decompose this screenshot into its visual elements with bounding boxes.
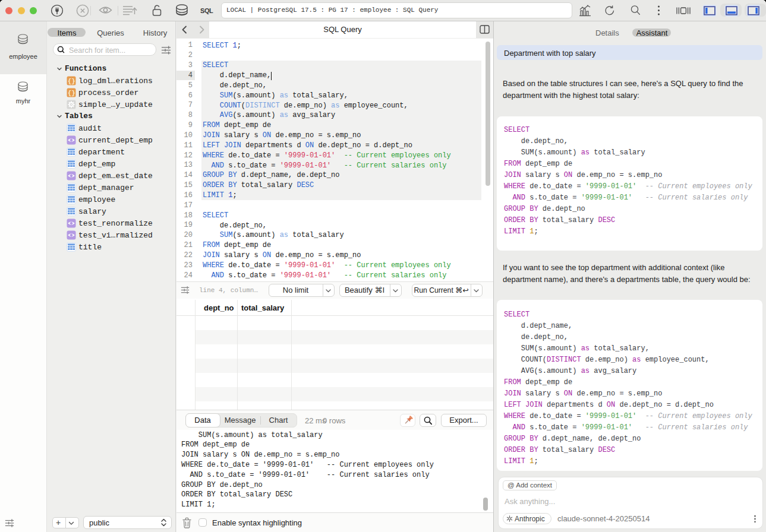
svg-text:{}: {} [68, 90, 75, 97]
svg-text:{}: {} [68, 78, 75, 85]
